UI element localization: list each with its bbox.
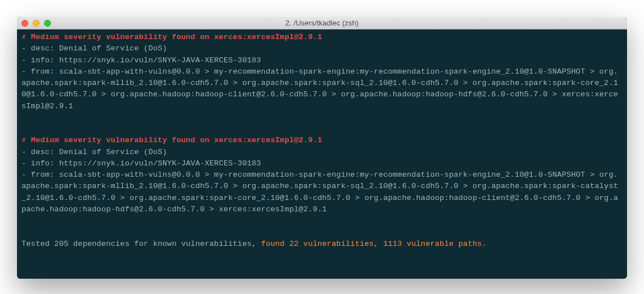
terminal-output[interactable]: ✗ Medium severity vulnerability found on… <box>17 29 627 279</box>
window-title: 2. /Users/tkadlec (zsh) <box>17 19 627 27</box>
vuln-desc: - desc: Denial of Service (DoS) <box>22 148 167 156</box>
vuln-info: - info: https://snyk.io/vuln/SNYK-JAVA-X… <box>22 56 261 65</box>
summary-highlight: found 22 vulnerabilities, 1113 vulnerabl… <box>261 240 486 248</box>
vuln-header: ✗ Medium severity vulnerability found on… <box>22 33 322 41</box>
vuln-from: - from: scala-sbt-app-with-vulns@0.0.0 >… <box>22 67 618 110</box>
titlebar: 2. /Users/tkadlec (zsh) <box>17 17 627 29</box>
summary-prefix: Tested 205 dependencies for known vulner… <box>22 240 261 248</box>
traffic-lights <box>22 20 51 27</box>
close-icon[interactable] <box>22 20 28 27</box>
minimize-icon[interactable] <box>33 20 40 27</box>
terminal-window: 2. /Users/tkadlec (zsh) ✗ Medium severit… <box>17 17 627 279</box>
vuln-from: - from: scala-sbt-app-with-vulns@0.0.0 >… <box>22 171 618 214</box>
vuln-header: ✗ Medium severity vulnerability found on… <box>22 136 322 144</box>
vuln-desc: - desc: Denial of Service (DoS) <box>22 44 167 53</box>
vuln-info: - info: https://snyk.io/vuln/SNYK-JAVA-X… <box>22 159 261 168</box>
maximize-icon[interactable] <box>44 20 51 27</box>
